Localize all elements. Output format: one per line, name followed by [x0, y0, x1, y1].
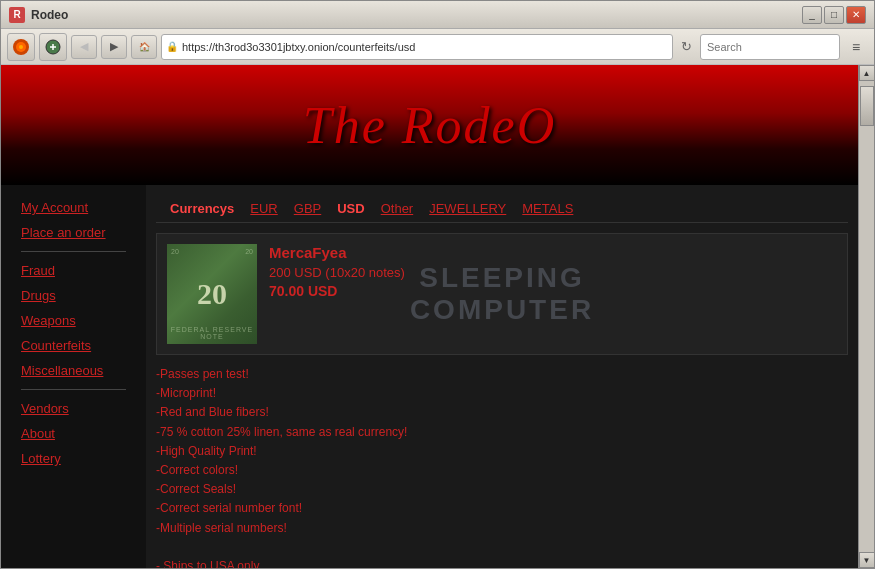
close-button[interactable]: ✕: [846, 6, 866, 24]
sidebar-item-about[interactable]: About: [1, 421, 146, 446]
sidebar-item-place-order[interactable]: Place an order: [1, 220, 146, 245]
back-button[interactable]: ◀: [71, 35, 97, 59]
feature-8: -Correct serial number font!: [156, 499, 848, 518]
product-info: MercaFyea 200 USD (10x20 notes) 70.00 US…: [269, 244, 837, 344]
scroll-thumb[interactable]: [860, 86, 874, 126]
sidebar-item-counterfeits[interactable]: Counterfeits: [1, 333, 146, 358]
refresh-button[interactable]: ↻: [677, 39, 696, 54]
sidebar-item-vendors[interactable]: Vendors: [1, 396, 146, 421]
site-title: The RodeO: [303, 96, 556, 155]
feature-1: -Passes pen test!: [156, 365, 848, 384]
bill-overlay-text: FEDERAL RESERVE NOTE: [167, 326, 257, 340]
feature-9: -Multiple serial numbers!: [156, 519, 848, 538]
feature-3: -Red and Blue fibers!: [156, 403, 848, 422]
shipping-info: - Ships to USA only: [156, 557, 848, 568]
sidebar-item-fraud[interactable]: Fraud: [1, 258, 146, 283]
tab-section-label: Currencys: [166, 199, 238, 218]
page-area: The RodeO My Account Place an order Frau…: [1, 65, 874, 568]
product-card: SLEEPING COMPUTER 20 FEDERAL RESERVE NOT…: [156, 233, 848, 355]
scroll-track[interactable]: [859, 81, 875, 552]
tab-navigation: Currencys EUR GBP USD Other JEWELLERY ME…: [156, 195, 848, 223]
home-button[interactable]: 🏠: [131, 35, 157, 59]
menu-button[interactable]: ≡: [844, 35, 868, 59]
sidebar-item-weapons[interactable]: Weapons: [1, 308, 146, 333]
sidebar-item-lottery[interactable]: Lottery: [1, 446, 146, 471]
sidebar-divider-1: [21, 251, 126, 252]
svg-point-2: [19, 45, 23, 49]
browser-toolbar: ◀ ▶ 🏠 🔒 ↻ ≡: [1, 29, 874, 65]
feature-5: -High Quality Print!: [156, 442, 848, 461]
tab-usd[interactable]: USD: [333, 199, 368, 218]
new-tab-icon[interactable]: [39, 33, 67, 61]
url-bar[interactable]: 🔒: [161, 34, 673, 60]
bill-corner-tr: 20: [245, 248, 253, 255]
feature-2: -Microprint!: [156, 384, 848, 403]
search-bar[interactable]: [700, 34, 840, 60]
browser-favicon: R: [9, 7, 25, 23]
sidebar-item-drugs[interactable]: Drugs: [1, 283, 146, 308]
tab-eur[interactable]: EUR: [246, 199, 281, 218]
sidebar: My Account Place an order Fraud Drugs We…: [1, 185, 146, 568]
sidebar-divider-2: [21, 389, 126, 390]
scrollbar[interactable]: ▲ ▼: [858, 65, 874, 568]
feature-4: -75 % cotton 25% linen, same as real cur…: [156, 423, 848, 442]
title-bar: R Rodeo _ □ ✕: [1, 1, 874, 29]
url-input[interactable]: [182, 41, 668, 53]
sidebar-item-my-account[interactable]: My Account: [1, 195, 146, 220]
product-description: 200 USD (10x20 notes): [269, 265, 837, 280]
minimize-button[interactable]: _: [802, 6, 822, 24]
feature-6: -Correct colors!: [156, 461, 848, 480]
product-image: 20 FEDERAL RESERVE NOTE 20 20: [167, 244, 257, 344]
product-name[interactable]: MercaFyea: [269, 244, 837, 261]
features-list: -Passes pen test! -Microprint! -Red and …: [156, 365, 848, 568]
tab-gbp[interactable]: GBP: [290, 199, 325, 218]
scroll-down-arrow[interactable]: ▼: [859, 552, 875, 568]
scroll-up-arrow[interactable]: ▲: [859, 65, 875, 81]
tab-jewellery[interactable]: JEWELLERY: [425, 199, 510, 218]
search-input[interactable]: [707, 41, 833, 53]
bill-corner-tl: 20: [171, 248, 179, 255]
tab-metals[interactable]: METALS: [518, 199, 577, 218]
product-price: 70.00 USD: [269, 283, 837, 299]
feature-7: -Correct Seals!: [156, 480, 848, 499]
browser-logo-icon: [7, 33, 35, 61]
site-header: The RodeO: [1, 65, 858, 185]
maximize-button[interactable]: □: [824, 6, 844, 24]
tab-other[interactable]: Other: [377, 199, 418, 218]
window-controls: _ □ ✕: [802, 6, 866, 24]
main-content: Currencys EUR GBP USD Other JEWELLERY ME…: [146, 185, 858, 568]
bill-denomination: 20: [197, 277, 227, 311]
forward-button[interactable]: ▶: [101, 35, 127, 59]
lock-icon: 🔒: [166, 41, 178, 52]
sidebar-item-miscellaneous[interactable]: Miscellaneous: [1, 358, 146, 383]
window-title: Rodeo: [31, 8, 68, 22]
